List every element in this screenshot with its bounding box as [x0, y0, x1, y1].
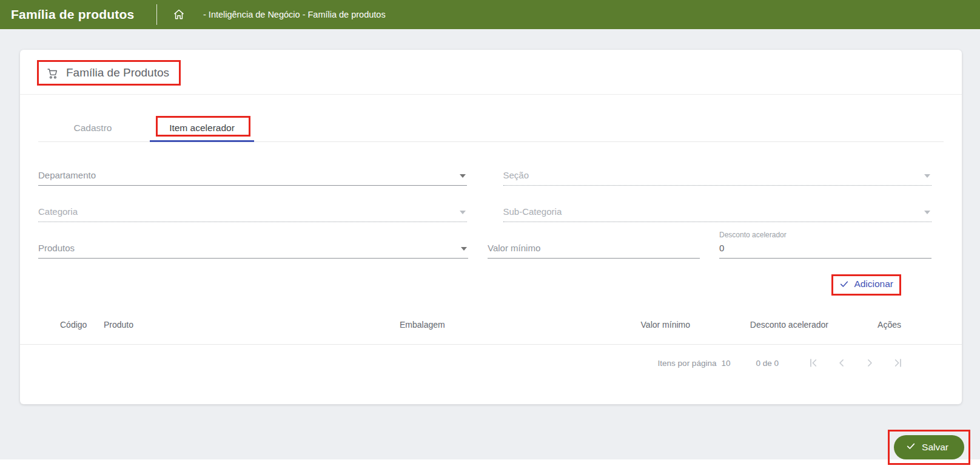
table-header-row: Código Produto Embalagem Valor mínimo De…: [20, 311, 962, 338]
save-area: Salvar: [0, 404, 980, 465]
salvar-label: Salvar: [922, 442, 948, 453]
bottom-strip: [0, 459, 980, 474]
adicionar-label: Adicionar: [854, 279, 893, 289]
home-icon[interactable]: [173, 8, 185, 21]
active-tab-indicator: [150, 140, 254, 142]
categoria-input: [38, 206, 467, 217]
shopping-cart-icon: [46, 67, 59, 80]
add-row: Adicionar: [38, 267, 931, 296]
first-page-icon[interactable]: [808, 357, 820, 369]
column-produto: Produto: [104, 320, 400, 330]
card-header: Família de Produtos: [20, 50, 962, 95]
field-underline: [503, 222, 932, 222]
app-header: Família de produtos - Inteligência de Ne…: [0, 0, 980, 29]
tabs-container: Cadastro Item acelerador: [20, 95, 962, 142]
card-title: Família de Produtos: [66, 66, 169, 80]
tab-item-acelerador-label: Item acelerador: [169, 123, 235, 133]
items-per-page-label: Itens por página: [658, 359, 717, 368]
paginator-nav: [808, 357, 904, 369]
valor-minimo-field[interactable]: [488, 231, 700, 259]
chevron-down-icon: [460, 211, 466, 214]
desconto-acelerador-field[interactable]: Desconto acelerador: [719, 231, 931, 259]
salvar-button[interactable]: Salvar: [894, 435, 964, 459]
familia-produtos-card: Família de Produtos Cadastro Item aceler…: [20, 50, 962, 404]
column-acoes: Ações: [828, 320, 901, 330]
categoria-select: [38, 194, 467, 222]
sub-categoria-select: [503, 194, 932, 222]
secao-input: [503, 170, 932, 180]
produtos-input[interactable]: [38, 243, 468, 253]
item-acelerador-form: Desconto acelerador Adicionar: [20, 142, 962, 296]
paginator: Itens por página 10 0 de 0: [20, 345, 962, 369]
card-title-annotation: Família de Produtos: [37, 60, 181, 86]
tab-cadastro[interactable]: Cadastro: [38, 114, 147, 141]
page: Família de produtos - Inteligência de Ne…: [0, 0, 980, 459]
check-icon: [839, 279, 849, 289]
column-embalagem: Embalagem: [400, 320, 611, 330]
field-underline: [488, 258, 700, 259]
departamento-select[interactable]: [38, 158, 467, 186]
chevron-down-icon: [460, 174, 466, 178]
field-underline: [38, 222, 467, 222]
previous-page-icon[interactable]: [836, 357, 848, 369]
breadcrumb: - Inteligência de Negócio - Família de p…: [203, 10, 386, 19]
next-page-icon[interactable]: [864, 357, 876, 369]
check-icon: [906, 441, 916, 453]
items-table: Código Produto Embalagem Valor mínimo De…: [20, 311, 962, 369]
chevron-down-icon: [924, 211, 930, 214]
column-codigo: Código: [60, 320, 104, 330]
column-desconto-acelerador: Desconto acelerador: [690, 320, 828, 330]
column-valor-minimo: Valor mínimo: [611, 320, 690, 330]
tab-cadastro-label: Cadastro: [74, 123, 112, 133]
desconto-acelerador-input[interactable]: [719, 243, 931, 253]
app-title: Família de produtos: [0, 7, 156, 22]
last-page-icon[interactable]: [891, 357, 904, 369]
items-per-page-select[interactable]: 10: [721, 359, 730, 368]
add-button-annotation: Adicionar: [831, 274, 901, 296]
field-underline: [38, 185, 467, 186]
valor-minimo-input[interactable]: [488, 243, 700, 253]
departamento-input[interactable]: [38, 170, 467, 180]
field-underline: [38, 258, 468, 259]
desconto-acelerador-label: Desconto acelerador: [719, 231, 787, 239]
field-underline: [719, 258, 931, 259]
adicionar-button[interactable]: Adicionar: [839, 279, 893, 289]
chevron-down-icon: [461, 247, 467, 251]
chevron-down-icon: [924, 174, 930, 178]
produtos-select[interactable]: [38, 231, 468, 259]
secao-select: [503, 158, 932, 186]
field-underline: [503, 185, 932, 186]
paginator-range: 0 de 0: [756, 359, 779, 368]
save-button-annotation: Salvar: [888, 430, 970, 465]
tab-bar: Cadastro Item acelerador: [38, 114, 944, 142]
header-divider: [156, 4, 157, 25]
sub-categoria-input: [503, 206, 932, 217]
tab-item-acelerador[interactable]: Item acelerador: [147, 114, 257, 141]
